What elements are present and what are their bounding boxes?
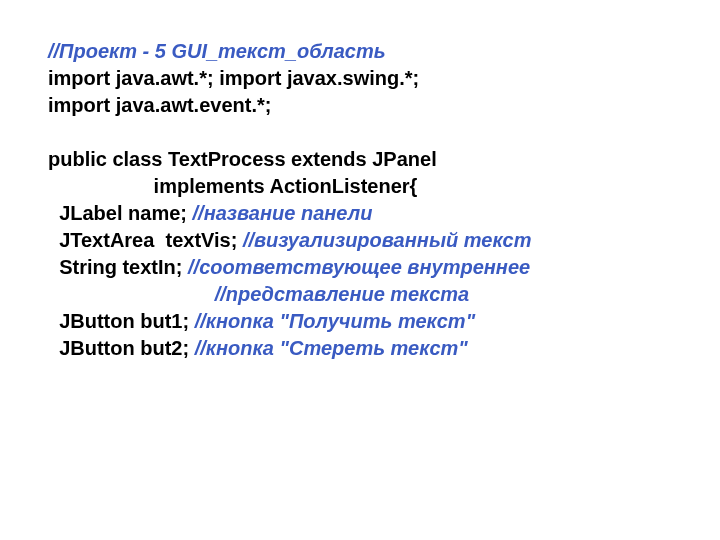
code-line: JButton but1; //кнопка "Получить текст" bbox=[48, 308, 672, 335]
code-text: JTextArea textVis; bbox=[59, 229, 243, 251]
comment-text: //визуализированный текст bbox=[243, 229, 532, 251]
comment-text: //кнопка "Получить текст" bbox=[195, 310, 475, 332]
code-line: import java.awt.*; import javax.swing.*; bbox=[48, 65, 672, 92]
comment-text: //название панели bbox=[193, 202, 373, 224]
code-block: //Проект - 5 GUI_текст_областьimport jav… bbox=[48, 38, 672, 362]
code-text: String textIn; bbox=[59, 256, 188, 278]
code-line: JTextArea textVis; //визуализированный т… bbox=[48, 227, 672, 254]
code-text: import java.awt.*; import javax.swing.*; bbox=[48, 67, 419, 89]
code-text: import java.awt.event.*; bbox=[48, 94, 271, 116]
comment-text: //кнопка "Стереть текст" bbox=[195, 337, 468, 359]
code-line: JLabel name; //название панели bbox=[48, 200, 672, 227]
code-text: public class TextProcess extends JPanel bbox=[48, 148, 437, 170]
code-text: implements ActionListener{ bbox=[154, 175, 418, 197]
code-line: JButton but2; //кнопка "Стереть текст" bbox=[48, 335, 672, 362]
comment-text: //представление текста bbox=[215, 283, 469, 305]
comment-text: //соответствующее внутреннее bbox=[188, 256, 530, 278]
code-text: JLabel name; bbox=[59, 202, 192, 224]
code-text: JButton but2; bbox=[59, 337, 195, 359]
blank-line bbox=[48, 119, 672, 146]
code-line: String textIn; //соответствующее внутрен… bbox=[48, 254, 672, 281]
comment-text: //Проект - 5 GUI_текст_область bbox=[48, 40, 386, 62]
code-text: JButton but1; bbox=[59, 310, 195, 332]
code-line: //представление текста bbox=[48, 281, 672, 308]
code-line: implements ActionListener{ bbox=[48, 173, 672, 200]
code-line: //Проект - 5 GUI_текст_область bbox=[48, 38, 672, 65]
code-line: import java.awt.event.*; bbox=[48, 92, 672, 119]
code-line: public class TextProcess extends JPanel bbox=[48, 146, 672, 173]
